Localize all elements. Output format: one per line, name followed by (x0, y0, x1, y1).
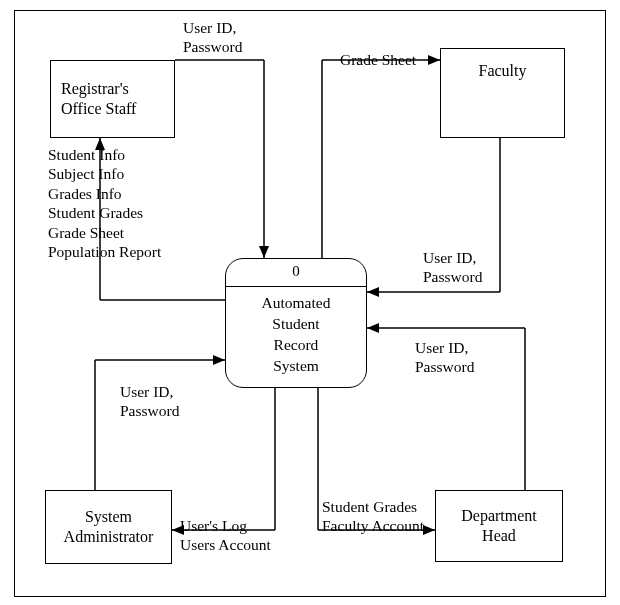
process-automated-student-record-system: 0 Automated Student Record System (225, 258, 367, 388)
process-number: 0 (226, 259, 366, 287)
entity-registrar: Registrar's Office Staff (50, 60, 175, 138)
dfd-diagram: Registrar's Office Staff Faculty System … (0, 0, 620, 605)
entity-department-head: Department Head (435, 490, 563, 562)
entity-registrar-label: Registrar's Office Staff (61, 79, 136, 119)
flow-faculty-to-process: User ID, Password (423, 248, 482, 287)
flow-process-to-faculty: Grade Sheet (340, 50, 416, 69)
process-name: Automated Student Record System (226, 287, 366, 383)
entity-faculty: Faculty (440, 48, 565, 138)
flow-process-to-registrar: Student Info Subject Info Grades Info St… (48, 145, 161, 261)
flow-registrar-to-process: User ID, Password (183, 18, 242, 57)
flow-depthead-to-process: User ID, Password (415, 338, 474, 377)
entity-system-administrator: System Administrator (45, 490, 172, 564)
entity-depthead-label: Department Head (461, 506, 537, 546)
flow-sysadmin-to-process: User ID, Password (120, 382, 179, 421)
entity-faculty-label: Faculty (479, 61, 527, 81)
flow-process-to-depthead: Student Grades Faculty Account (322, 497, 424, 536)
entity-sysadmin-label: System Administrator (64, 507, 154, 547)
flow-process-to-sysadmin: User's Log Users Account (180, 516, 271, 555)
